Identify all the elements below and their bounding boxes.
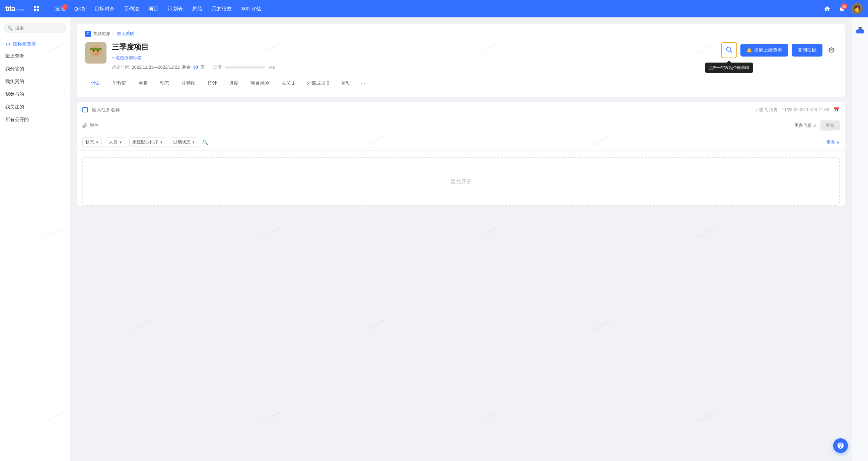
remind-superior-button[interactable]: 🔔 提醒上级查看 (740, 44, 788, 57)
more-info-button[interactable]: 更多信息 ∨ (794, 123, 816, 128)
plan-content: 于志飞 负责 11/23 09:00-11/23 21:00 📅 附件 更多信息 (77, 102, 845, 206)
project-title: 三季度项目 (112, 42, 275, 52)
task-input-row: 于志飞 负责 11/23 09:00-11/23 21:00 📅 (77, 102, 845, 117)
calendar-icon[interactable]: 📅 (833, 106, 840, 113)
filter-person[interactable]: 人员 ▼ (106, 137, 125, 147)
main-content: E 关联对象： 暂无关联 (70, 18, 852, 461)
sidebar-item-recent[interactable]: 最近查看 › (0, 50, 70, 63)
logo[interactable]: tita .com (5, 4, 24, 13)
wechat-tooltip: 点击一键发起企微群聊 (705, 63, 753, 73)
associated-row: E 关联对象： 暂无关联 (85, 31, 837, 37)
tab-progress[interactable]: 进度 (223, 77, 244, 90)
task-meta-right: 于志飞 负责 11/23 09:00-11/23 21:00 📅 (755, 106, 840, 113)
filter-status[interactable]: 状态 ▼ (82, 137, 102, 147)
tag-filter-button[interactable]: 🏷 按标签查看 (0, 38, 70, 50)
nav-item-plan[interactable]: 计划表 (164, 4, 187, 14)
associated-value[interactable]: 暂无关联 (117, 31, 134, 37)
sidebar-item-public[interactable]: 所有公开的 (0, 113, 70, 126)
project-meta: 起止时间 2022/11/23—2022/12/22 剩余 30 天 进度 (112, 64, 275, 70)
empty-text: 暂无任务 (451, 178, 472, 184)
copy-project-button[interactable]: 复制项目 (792, 44, 823, 57)
progress-bar-wrap: 进度 0% (213, 64, 275, 70)
sidebar-item-responsible[interactable]: 我负责的 › (0, 75, 70, 88)
task-name-input[interactable] (92, 107, 751, 112)
svg-rect-2 (34, 9, 36, 11)
tab-milestone[interactable]: 里程碑 (106, 77, 133, 90)
filter-arrow-icon: ▼ (160, 140, 163, 144)
discover-badge: 1 (62, 4, 68, 10)
tab-stats[interactable]: 统计 (202, 77, 223, 90)
tab-kanban[interactable]: 看板 (133, 77, 154, 90)
project-tag-button[interactable]: + 点击添加标签 (112, 55, 275, 61)
svg-line-10 (731, 51, 732, 52)
nav-item-summary[interactable]: 总结 (188, 4, 206, 14)
nav-item-360[interactable]: 360 评估 (237, 4, 265, 14)
associated-icon: E (85, 31, 91, 37)
sidebar-item-managed[interactable]: 我分管的 › (0, 63, 70, 75)
attachment-row: 附件 更多信息 ∨ 发布 (77, 117, 845, 134)
search-input[interactable] (4, 23, 66, 33)
nav-item-okr[interactable]: OKR (70, 4, 89, 14)
filter-row: 状态 ▼ 人员 ▼ 系统默认排序 ▼ 过期状态 ▼ 🔍 更多 (77, 134, 845, 151)
filter-overdue[interactable]: 过期状态 ▼ (170, 137, 198, 147)
nav-item-project[interactable]: 项目 (144, 4, 162, 14)
nav-divider (48, 5, 48, 13)
grid-icon[interactable] (30, 3, 42, 15)
tab-interaction[interactable]: 互动 (335, 77, 356, 90)
filter-arrow-icon: ▼ (192, 140, 195, 144)
user-avatar[interactable]: 🧑 (851, 3, 863, 14)
notification-button[interactable]: 38 (837, 3, 847, 14)
search-chat-icon (725, 46, 733, 55)
chevron-icon: › (63, 79, 65, 84)
sidebar-item-participating[interactable]: 我参与的 › (0, 88, 70, 101)
nav-item-align[interactable]: 目标对齐 (90, 4, 119, 14)
nav-item-performance[interactable]: 我的绩效 (208, 4, 236, 14)
task-checkbox[interactable] (82, 107, 88, 112)
chevron-icon: › (63, 67, 65, 71)
bell-remind-icon: 🔔 (746, 47, 752, 53)
filter-search-icon[interactable]: 🔍 (202, 139, 208, 145)
tab-risk[interactable]: 项目风险 (244, 77, 275, 90)
chevron-icon: › (63, 54, 65, 59)
tabs-row: 计划 里程碑 看板 动态 甘特图 统计 进度 项目风险 成员 1 外部成员 0 … (85, 77, 837, 90)
tab-external-members[interactable]: 外部成员 0 (301, 77, 336, 90)
nav-items: 发现 1 OKR 目标对齐 工作法 项目 计划表 总结 我的绩效 360 评估 (51, 4, 822, 14)
project-avatar (85, 42, 106, 64)
filter-sort[interactable]: 系统默认排序 ▼ (129, 137, 166, 147)
progress-bar (225, 66, 265, 69)
svg-point-6 (93, 50, 95, 52)
sidebar-search-wrap: 🔍 (4, 23, 66, 33)
tab-gantt[interactable]: 甘特图 (176, 77, 202, 90)
project-details: 三季度项目 + 点击添加标签 起止时间 2022/11/23—2022/12/2… (112, 42, 275, 70)
wechat-group-button[interactable]: 点击一键发起企微群聊 (721, 42, 737, 58)
filter-arrow-icon: ▼ (119, 140, 122, 144)
nav-item-discover[interactable]: 发现 1 (51, 4, 69, 14)
attachment-button[interactable]: 附件 (82, 123, 98, 128)
home-button[interactable] (822, 3, 833, 14)
empty-task-area: 暂无任务 (82, 157, 840, 206)
filter-more-arrow-icon: ∨ (837, 140, 840, 145)
tab-activity[interactable]: 动态 (154, 77, 176, 90)
attach-right: 更多信息 ∨ 发布 (794, 121, 840, 130)
svg-rect-3 (37, 9, 39, 11)
tab-members[interactable]: 成员 1 (275, 77, 301, 90)
settings-button[interactable] (826, 44, 837, 56)
tab-plan[interactable]: 计划 (85, 77, 106, 90)
chevron-icon: › (63, 105, 65, 109)
top-navigation: tita .com 发现 1 OKR 目标对齐 工作法 项目 计划表 总结 我的… (0, 0, 868, 18)
logo-text: tita (5, 4, 15, 13)
svg-point-11 (831, 50, 833, 51)
right-panel-add-button[interactable]: 马上添加 (856, 29, 864, 33)
nav-item-method[interactable]: 工作法 (120, 4, 143, 14)
dropdown-arrow-icon: ∨ (813, 123, 816, 128)
main-layout: 🔍 🏷 按标签查看 最近查看 › 我分管的 › 我负责的 › 我参与的 › (0, 18, 868, 461)
attachment-label: 附件 (90, 123, 98, 128)
sidebar-item-following[interactable]: 我关注的 › (0, 101, 70, 113)
customer-service-button[interactable] (833, 438, 848, 453)
filter-more-button[interactable]: 更多 ∨ (827, 139, 840, 145)
tab-more[interactable]: ··· (356, 77, 369, 90)
svg-rect-1 (37, 6, 39, 8)
sidebar-section: 最近查看 › 我分管的 › 我负责的 › 我参与的 › 我关注的 › 所有公开的 (0, 50, 70, 126)
publish-button[interactable]: 发布 (820, 121, 840, 130)
progress-percent: 0% (269, 65, 275, 70)
